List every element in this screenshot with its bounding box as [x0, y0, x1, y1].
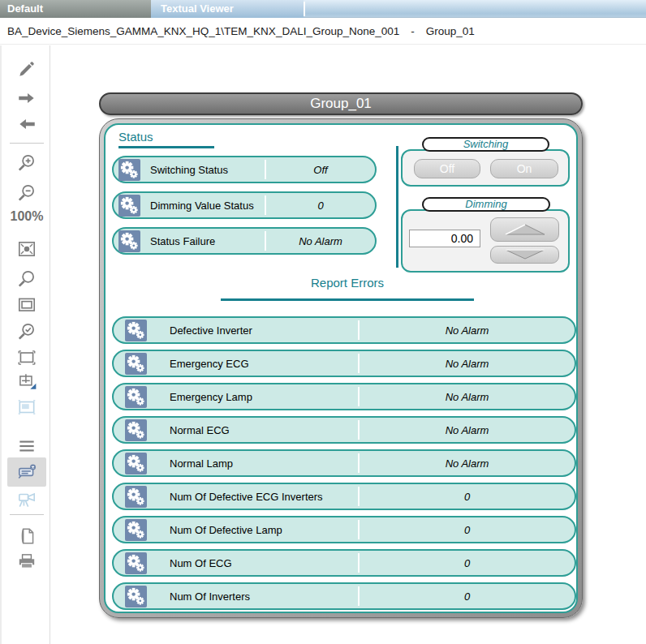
- gears-icon: [125, 519, 147, 541]
- dimming-group-label: Dimming: [422, 197, 550, 212]
- switching-group-label: Switching: [422, 137, 549, 152]
- row-label: Num Of Inverters: [170, 590, 358, 603]
- row-label: Status Failure: [150, 235, 265, 247]
- row-value: No Alarm: [360, 424, 575, 436]
- gears-icon: [118, 159, 140, 181]
- row-label: Num Of Defective ECG Inverters: [170, 491, 358, 503]
- gears-icon: [118, 230, 140, 252]
- region-icon[interactable]: [15, 396, 38, 419]
- breadcrumb-path: BA_Device_Siemens_GAMMA_KNX_HQ_1\TEM_KNX…: [7, 25, 399, 37]
- tab-default[interactable]: Default: [0, 0, 151, 18]
- status-underline: [118, 146, 214, 148]
- zoom-check-icon[interactable]: [15, 320, 38, 343]
- zoom-in-icon[interactable]: [15, 152, 38, 174]
- camera-icon[interactable]: [15, 488, 38, 511]
- zoom-window-icon[interactable]: [15, 294, 38, 316]
- row-value: No Alarm: [360, 457, 575, 470]
- error-row-emergency-lamp[interactable]: Emergency Lamp No Alarm: [112, 383, 576, 410]
- group-panel: Status Switching Status Off Dimming Valu…: [99, 118, 583, 618]
- vertical-divider: [396, 146, 398, 268]
- fit-view-icon[interactable]: [15, 238, 38, 260]
- status-row-status-failure[interactable]: Status Failure No Alarm: [112, 227, 377, 255]
- gears-icon: [125, 419, 147, 441]
- row-label: Switching Status: [150, 164, 265, 176]
- tab-bar: Default Textual Viewer: [0, 0, 646, 18]
- row-label: Emergency ECG: [170, 358, 358, 370]
- annotation-search-icon[interactable]: [15, 461, 38, 483]
- row-value: 0: [360, 557, 575, 569]
- row-value: 0: [360, 491, 575, 503]
- gears-icon: [125, 453, 147, 474]
- breadcrumb-separator: -: [411, 25, 415, 37]
- status-heading: Status: [118, 130, 153, 144]
- triangle-up-icon: [501, 222, 549, 237]
- row-label: Num Of ECG: [170, 557, 358, 569]
- switch-off-button[interactable]: Off: [414, 159, 480, 178]
- row-value: 0: [266, 200, 375, 212]
- row-value: Off: [266, 164, 375, 176]
- error-row-num-defective-ecg-inverters[interactable]: Num Of Defective ECG Inverters 0: [112, 483, 576, 510]
- dimming-decrease-button[interactable]: [490, 246, 559, 264]
- arrow-left-icon[interactable]: [15, 113, 38, 135]
- row-label: Normal Lamp: [170, 457, 358, 470]
- row-label: Defective Inverter: [170, 324, 358, 337]
- switch-on-button[interactable]: On: [490, 159, 558, 178]
- layers-icon[interactable]: [15, 435, 38, 457]
- report-errors-heading: Report Errors: [221, 276, 474, 290]
- breadcrumb-current: Group_01: [426, 25, 475, 37]
- report-errors-underline: [221, 298, 474, 301]
- error-row-num-of-inverters[interactable]: Num Of Inverters 0: [112, 582, 576, 610]
- gears-icon: [125, 486, 147, 508]
- toolbar-sidebar: 100%: [0, 45, 50, 644]
- row-value: No Alarm: [266, 235, 375, 247]
- row-value: No Alarm: [360, 391, 575, 403]
- page-icon[interactable]: [15, 525, 38, 547]
- zoom-level-label: 100%: [2, 209, 52, 224]
- arrow-right-icon[interactable]: [15, 87, 38, 109]
- magnifier-icon[interactable]: [15, 268, 38, 290]
- row-label: Num Of Defective Lamp: [170, 524, 358, 536]
- dimming-increase-button[interactable]: [490, 217, 559, 242]
- page-title: Group_01: [99, 92, 583, 115]
- row-label: Dimming Value Status: [150, 200, 265, 212]
- pan-crosshair-icon[interactable]: [15, 371, 38, 393]
- status-row-switching-status[interactable]: Switching Status Off: [112, 156, 377, 183]
- selection-zoom-icon[interactable]: [15, 346, 38, 369]
- tab-separator: [304, 2, 305, 16]
- breadcrumb: BA_Device_Siemens_GAMMA_KNX_HQ_1\TEM_KNX…: [0, 18, 646, 45]
- gears-icon: [125, 353, 147, 375]
- pen-icon[interactable]: [15, 58, 38, 80]
- status-row-dimming-value-status[interactable]: Dimming Value Status 0: [112, 191, 377, 219]
- toolbar-divider: [10, 514, 44, 515]
- zoom-out-icon[interactable]: [15, 182, 38, 204]
- error-row-num-of-ecg[interactable]: Num Of ECG 0: [112, 549, 576, 577]
- error-row-emergency-ecg[interactable]: Emergency ECG No Alarm: [112, 350, 576, 377]
- error-row-normal-lamp[interactable]: Normal Lamp No Alarm: [112, 449, 576, 477]
- error-row-defective-inverter[interactable]: Defective Inverter No Alarm: [112, 316, 576, 344]
- row-value: 0: [360, 524, 575, 536]
- tab-textual-viewer[interactable]: Textual Viewer: [151, 0, 304, 18]
- triangle-down-icon: [501, 248, 549, 261]
- error-row-normal-ecg[interactable]: Normal ECG No Alarm: [112, 416, 576, 444]
- row-value: 0: [360, 590, 575, 603]
- row-value: No Alarm: [360, 358, 575, 370]
- dimming-value-input[interactable]: [409, 230, 480, 247]
- gears-icon: [125, 320, 147, 341]
- row-label: Normal ECG: [170, 424, 358, 436]
- gears-icon: [125, 586, 147, 608]
- toolbar-divider: [10, 143, 44, 144]
- print-icon[interactable]: [15, 550, 38, 573]
- row-label: Emergency Lamp: [170, 391, 358, 403]
- error-row-num-defective-lamp[interactable]: Num Of Defective Lamp 0: [112, 516, 576, 543]
- gears-icon: [118, 195, 140, 217]
- gears-icon: [125, 552, 147, 574]
- row-value: No Alarm: [360, 324, 575, 337]
- gears-icon: [125, 386, 147, 408]
